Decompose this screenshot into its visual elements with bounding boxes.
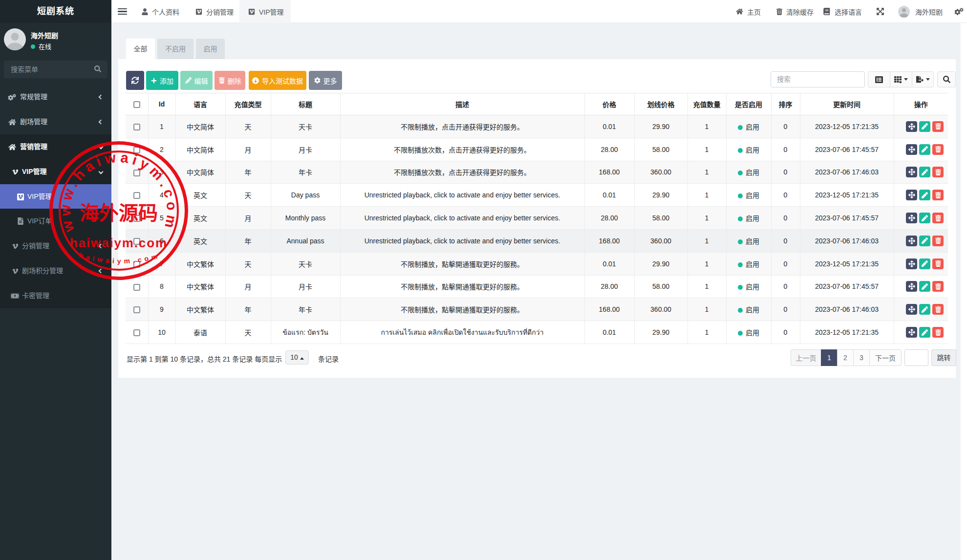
svg-text:haiwaiym.com: haiwaiym.com xyxy=(70,236,167,250)
svg-text:海外源码: 海外源码 xyxy=(80,202,158,224)
